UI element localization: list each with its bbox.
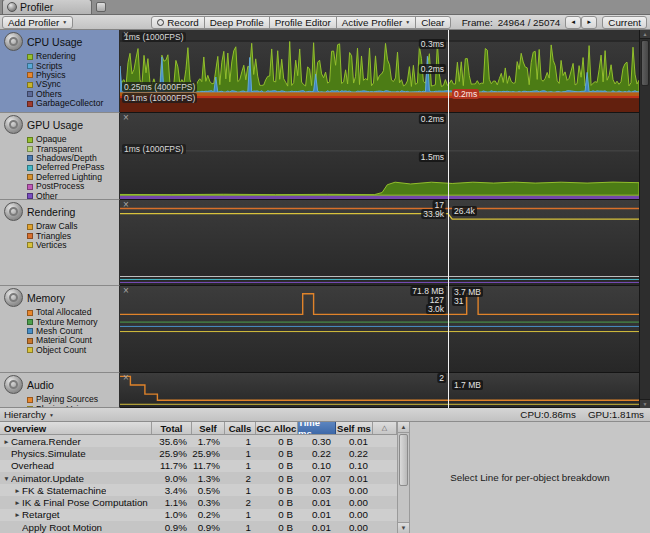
module-title: CPU Usage: [27, 36, 82, 48]
cell-time-ms: 0.07: [298, 473, 336, 484]
expander-icon[interactable]: ►: [13, 487, 22, 494]
module-title: Memory: [27, 292, 65, 304]
cell-calls: 1: [225, 485, 256, 496]
expander-icon[interactable]: ▼: [2, 475, 11, 482]
tab-bar: Profiler: [0, 0, 650, 15]
chart-gpu[interactable]: ×1ms (1000FPS)0.2ms1.5ms: [120, 113, 639, 200]
tab-menu-icon[interactable]: [96, 2, 106, 12]
charts-scrollbar[interactable]: ▲ ▼: [639, 30, 650, 408]
expander-icon[interactable]: ►: [2, 438, 11, 445]
legend-item-other[interactable]: Other: [27, 191, 117, 200]
next-frame-button[interactable]: ►: [581, 16, 597, 29]
scroll-up-icon[interactable]: ▲: [640, 30, 650, 39]
column-header-self-ms[interactable]: Self ms: [336, 422, 373, 434]
close-icon[interactable]: ×: [123, 200, 129, 210]
frame-value: 24964 / 25074: [498, 17, 561, 28]
value-badge: 1.5ms: [419, 152, 446, 162]
legend-item-rendering[interactable]: Rendering: [27, 52, 117, 61]
legend-label: Deferred PrePass: [36, 163, 104, 172]
table-scrollbar[interactable]: ▲ ▼: [397, 422, 410, 533]
clear-button[interactable]: Clear: [415, 16, 450, 29]
scroll-up-icon[interactable]: ▲: [398, 422, 409, 433]
close-icon[interactable]: ×: [123, 373, 129, 383]
profile-editor-button[interactable]: Profile Editor: [269, 16, 337, 29]
value-badge: 3.0k: [426, 304, 446, 314]
column-header-gc-alloc[interactable]: GC Alloc: [256, 422, 298, 434]
close-icon[interactable]: ×: [123, 113, 129, 123]
table-row[interactable]: ►FK & Statemachine3.4%0.5%10 B0.030.00: [0, 484, 397, 496]
module-card-cpu[interactable]: CPU UsageRenderingScriptsPhysicsVSyncOth…: [0, 30, 120, 113]
column-header-overview[interactable]: Overview: [0, 422, 152, 434]
expander-icon[interactable]: ►: [13, 511, 22, 518]
scroll-down-icon[interactable]: ▼: [640, 399, 650, 408]
active-profiler-button[interactable]: Active Profiler ▼: [336, 16, 416, 29]
column-header-time-ms[interactable]: Time ms: [298, 422, 336, 434]
cell-time-ms: 0.01: [298, 509, 336, 520]
scrollbar-thumb[interactable]: [641, 40, 649, 86]
legend-swatch: [27, 54, 33, 60]
view-mode-dropdown[interactable]: Hierarchy ▼: [4, 409, 54, 420]
legend-item-draw-calls[interactable]: Draw Calls: [27, 222, 117, 231]
hierarchy-panel: OverviewTotalSelfCallsGC AllocTime msSel…: [0, 422, 650, 533]
cell-gc-alloc: 0 B: [256, 485, 298, 496]
row-name: Physics.Simulate: [11, 448, 86, 459]
close-icon[interactable]: ×: [123, 286, 129, 296]
chart-audio[interactable]: ×21.7 MB: [120, 373, 639, 408]
legend: OpaqueTransparentShadows/DepthDeferred P…: [4, 135, 117, 200]
frame-controls: Frame: 24964 / 25074 ◄ ► Current: [462, 16, 648, 29]
expander-icon[interactable]: ►: [13, 499, 22, 506]
record-button[interactable]: Record: [151, 16, 205, 29]
legend-item-vertices[interactable]: Vertices: [27, 241, 117, 250]
module-card-memory[interactable]: MemoryTotal AllocatedTexture MemoryMesh …: [0, 286, 120, 373]
cell-self: 0.9%: [192, 522, 225, 533]
legend-swatch: [27, 233, 33, 239]
legend: RenderingScriptsPhysicsVSyncOthersGarbag…: [4, 52, 117, 108]
legend-swatch: [27, 406, 33, 408]
column-header-calls[interactable]: Calls: [225, 422, 256, 434]
add-profiler-button[interactable]: Add Profiler ▼: [2, 16, 73, 29]
legend-swatch: [27, 184, 33, 190]
gpu-usage-icon: [4, 115, 23, 134]
table-row[interactable]: Physics.Simulate25.9%25.9%10 B0.220.22: [0, 447, 397, 459]
legend-swatch: [27, 319, 33, 325]
table-row[interactable]: Apply Root Motion0.9%0.9%10 B0.010.00: [0, 521, 397, 533]
chart-rendering[interactable]: ×1733.9k26.4k: [120, 200, 639, 286]
legend-item-object-count[interactable]: Object Count: [27, 346, 117, 355]
legend-item-opaque[interactable]: Opaque: [27, 135, 117, 144]
table-row[interactable]: ►IK & Final Pose Computation1.1%0.3%20 B…: [0, 496, 397, 508]
column-header-self[interactable]: Self: [192, 422, 225, 434]
column-header-total[interactable]: Total: [152, 422, 192, 434]
cell-self-ms: 0.10: [336, 460, 373, 471]
deep-profile-button[interactable]: Deep Profile: [204, 16, 270, 29]
row-name: Animator.Update: [11, 473, 84, 484]
cell-overview: ►IK & Final Pose Computation: [0, 497, 152, 508]
legend-item-playing-voices[interactable]: Playing Voices: [27, 404, 117, 408]
table-row[interactable]: ►Retarget1.0%0.2%10 B0.010.00: [0, 509, 397, 521]
scrollbar-thumb[interactable]: [399, 434, 408, 486]
chart-memory[interactable]: ×71.8 MB1273.0k3.7 MB31: [120, 286, 639, 373]
cell-self: 11.7%: [192, 460, 225, 471]
close-icon[interactable]: ×: [123, 30, 129, 40]
scroll-down-icon[interactable]: ▼: [398, 522, 409, 533]
cell-calls: 2: [225, 473, 256, 484]
legend-swatch: [27, 165, 33, 171]
legend-item-postprocess[interactable]: PostProcess: [27, 182, 117, 191]
chart-cpu[interactable]: ×1ms (1000FPS)0.25ms (4000FPS)0.1ms (100…: [120, 30, 639, 113]
tab-profiler[interactable]: Profiler: [2, 0, 92, 14]
table-row[interactable]: Overhead11.7%11.7%10 B0.100.10: [0, 460, 397, 472]
module-card-rendering[interactable]: RenderingDraw CallsTrianglesVertices: [0, 200, 120, 286]
column-picker-icon[interactable]: △: [373, 422, 397, 434]
table-row[interactable]: ►Camera.Render35.6%1.7%10 B0.300.01: [0, 435, 397, 447]
current-frame-button[interactable]: Current: [602, 16, 647, 29]
cpu-time-stat: CPU:0.86ms: [520, 409, 576, 420]
profiler-window: Profiler Add Profiler ▼ Record Deep Prof…: [0, 0, 650, 533]
module-card-gpu[interactable]: GPU UsageOpaqueTransparentShadows/DepthD…: [0, 113, 120, 200]
legend-item-total-allocated[interactable]: Total Allocated: [27, 308, 117, 317]
legend-item-garbagecollector[interactable]: GarbageCollector: [27, 99, 117, 108]
toolbar: Add Profiler ▼ Record Deep Profile Profi…: [0, 15, 650, 30]
legend-swatch: [27, 72, 33, 78]
module-card-audio[interactable]: AudioPlaying SourcesPlaying Voices: [0, 373, 120, 408]
legend-item-playing-sources[interactable]: Playing Sources: [27, 395, 117, 404]
table-row[interactable]: ▼Animator.Update9.0%1.3%20 B0.070.01: [0, 472, 397, 484]
prev-frame-button[interactable]: ◄: [565, 16, 581, 29]
